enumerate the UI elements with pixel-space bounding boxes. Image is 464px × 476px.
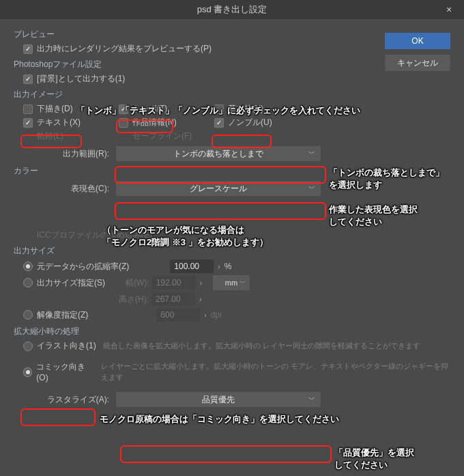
group-resize: 拡大縮小時の処理 [14,326,450,337]
tombo-checkbox[interactable] [119,104,128,114]
raster-value: 品質優先 [202,395,235,404]
express-select[interactable]: グレースケール ﹀ [116,181,321,196]
preview-render-label: 出力時にレンダリング結果をプレビューする(P) [37,43,212,55]
chevron-right-icon: › [200,311,210,319]
res-label: 解像度指定(Z) [37,309,88,321]
scale-radio[interactable] [23,262,33,271]
nombre-checkbox[interactable] [214,118,224,128]
text-checkbox[interactable] [23,118,33,128]
trajectory-label: 軌跡(L) [37,130,63,142]
res-unit: dpi [211,310,222,320]
draft-checkbox[interactable] [23,104,33,114]
comic-label: コミック向き(O) [36,361,93,382]
raster-label: ラスタライズ(A): [14,394,116,406]
workinfo-checkbox[interactable] [119,118,128,128]
comic-desc: レイヤーごとに拡大縮小します。拡大縮小時のトーンの モアレ、テキストやベクター線… [101,361,450,382]
scale-label: 元データからの拡縮率(Z) [37,261,129,272]
tombo-label: トンボ(T) [132,103,167,115]
illust-label: イラスト向き(1) [37,340,96,352]
safeline-label: セーフライン(F) [132,130,192,142]
width-label: 幅(W): [126,277,149,289]
close-button[interactable]: × [439,0,459,19]
anno-raster: 「品質優先」を選択 してください [334,447,414,471]
chevron-right-icon: › [214,263,224,270]
express-value: グレースケール [190,184,247,193]
range-value: トンボの裁ち落としまで [173,149,263,158]
text-label: テキスト(X) [37,117,81,128]
comic-radio[interactable] [23,367,32,377]
group-psfile: Photoshopファイル設定 [14,59,450,70]
height-input: 267.00 [151,292,195,306]
range-label: 出力範囲(R): [14,148,116,160]
basic-checkbox[interactable] [214,104,224,114]
chevron-right-icon: › [196,279,206,287]
group-preview: プレビュー [14,29,450,40]
width-input: 192.00 [152,276,196,290]
scale-unit: % [224,262,232,271]
chevron-down-icon: ﹀ [308,181,315,196]
redbox-raster [120,445,332,463]
illust-radio[interactable] [23,341,33,351]
group-outsize: 出力サイズ [14,245,450,257]
chevron-down-icon: ﹀ [308,392,315,407]
range-select[interactable]: トンボの裁ち落としまで ﹀ [116,146,321,161]
basic-label: 基本枠(Y) [228,103,263,115]
unit-value: mm [225,279,237,287]
bg-label: [背景]として出力する(1) [37,73,125,85]
icc-label: ICCプロファイルの埋め込み(E) [37,229,152,241]
chevron-down-icon: ﹀ [308,146,315,161]
draft-label: 下描き(D) [37,103,73,115]
res-input: 600 [156,308,200,322]
res-radio[interactable] [23,310,33,320]
chevron-down-icon: ﹀ [240,275,246,290]
preview-render-checkbox[interactable] [23,44,33,54]
size-radio[interactable] [23,278,33,288]
scale-input[interactable]: 100.00 [170,260,214,273]
illust-desc: 統合した画像を拡大縮小します。拡大縮小時の レイヤー同士の隙間を軽減することがで… [103,341,420,351]
workinfo-label: 作品情報(N) [132,117,177,128]
window-title: psd 書き出し設定 [197,4,267,14]
raster-select[interactable]: 品質優先 ﹀ [116,392,321,407]
express-label: 表現色(C): [14,183,116,195]
titlebar: psd 書き出し設定 × [0,0,464,19]
height-label: 高さ(H): [119,294,149,305]
chevron-right-icon: › [195,296,205,303]
group-color: カラー [14,165,450,177]
group-outimg: 出力イメージ [14,89,450,100]
unit-select[interactable]: mm ﹀ [213,275,250,290]
size-label: 出力サイズ指定(S) [37,277,105,289]
bg-checkbox[interactable] [23,74,33,84]
nombre-label: ノンブル(U) [228,117,272,128]
